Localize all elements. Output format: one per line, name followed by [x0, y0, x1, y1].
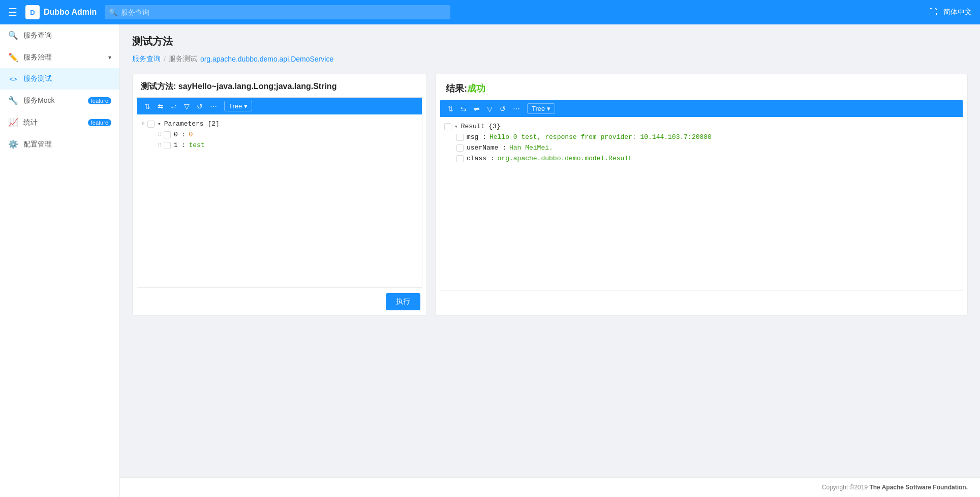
- checkbox[interactable]: [444, 123, 451, 130]
- tree-label: Tree ▾: [532, 105, 550, 112]
- breadcrumb-service-test: 服务测试: [169, 54, 197, 64]
- app-logo: D Dubbo Admin: [25, 5, 97, 19]
- expand-all-button[interactable]: ⇅: [142, 101, 152, 111]
- sidebar-item-service-query[interactable]: 🔍 服务查询: [0, 24, 119, 46]
- checkbox[interactable]: [147, 121, 155, 128]
- sort-button[interactable]: ⇌: [472, 104, 482, 114]
- method-title: 测试方法: sayHello~java.lang.Long;java.lang.…: [133, 74, 426, 97]
- checkbox[interactable]: [164, 131, 171, 138]
- sidebar-item-label: 服务查询: [23, 31, 52, 40]
- chevron-down-icon: ▾: [108, 54, 111, 61]
- menu-toggle-button[interactable]: ☰: [8, 6, 17, 18]
- sidebar-item-label: 服务Mock: [23, 96, 54, 105]
- footer-text: Copyright ©2019: [822, 484, 870, 491]
- tree-value: test: [189, 141, 204, 149]
- result-title: 结果:成功: [436, 74, 967, 100]
- tree-key: class :: [467, 155, 495, 162]
- more-button[interactable]: ⋯: [511, 104, 522, 114]
- undo-button[interactable]: ↺: [195, 101, 205, 111]
- expand-arrow-icon[interactable]: ▾: [454, 123, 458, 130]
- logo-icon: D: [25, 5, 40, 19]
- tree-key: Result {3}: [461, 123, 501, 130]
- header-right: ⛶ 简体中文: [929, 8, 972, 17]
- collapse-all-button[interactable]: ⇆: [156, 101, 166, 111]
- tree-key: Parameters [2]: [164, 120, 220, 128]
- more-button[interactable]: ⋯: [208, 101, 219, 111]
- table-row: ⠿ 0 : 0: [137, 129, 422, 140]
- result-label: 结果:: [446, 83, 467, 94]
- checkbox[interactable]: [164, 142, 171, 149]
- sort-button[interactable]: ⇌: [169, 101, 179, 111]
- left-panel-toolbar: ⇅ ⇆ ⇌ ▽ ↺ ⋯ Tree ▾: [137, 98, 422, 114]
- tree-value: Han MeiMei.: [509, 144, 553, 152]
- sidebar-item-label: 服务测试: [23, 74, 52, 83]
- sidebar-item-label: 统计: [23, 118, 38, 127]
- search-icon: 🔍: [109, 8, 117, 16]
- tree-value: org.apache.dubbo.demo.model.Result: [498, 155, 632, 162]
- breadcrumb-separator: /: [164, 55, 166, 63]
- page-title: 测试方法: [132, 35, 968, 48]
- sidebar-item-service-governance[interactable]: ✏️ 服务治理 ▾: [0, 46, 119, 68]
- tree-key: msg :: [467, 133, 486, 141]
- tree-row: ▾ Result {3}: [440, 121, 963, 132]
- drag-handle-icon: ⠿: [158, 132, 161, 138]
- drag-handle-icon: ⠿: [141, 121, 144, 127]
- sidebar-item-service-mock[interactable]: 🔧 服务Mock feature: [0, 90, 119, 111]
- page-footer: Copyright ©2019 The Apache Software Foun…: [120, 477, 980, 497]
- table-row: userName : Han MeiMei.: [440, 142, 963, 153]
- tree-dropdown[interactable]: Tree ▾: [224, 101, 252, 111]
- breadcrumb: 服务查询 / 服务测试 org.apache.dubbo.demo.api.De…: [132, 54, 968, 64]
- table-row: class : org.apache.dubbo.demo.model.Resu…: [440, 153, 963, 164]
- code-icon: <>: [8, 75, 18, 83]
- checkbox[interactable]: [456, 155, 464, 162]
- panels-container: 测试方法: sayHello~java.lang.Long;java.lang.…: [132, 74, 968, 316]
- tree-key: 0 :: [174, 131, 186, 138]
- execute-button[interactable]: 执行: [386, 293, 420, 310]
- filter-button[interactable]: ▽: [182, 101, 192, 111]
- chart-icon: 📈: [8, 118, 18, 127]
- panel-footer: 执行: [133, 288, 426, 315]
- table-row: msg : Hello 0 test, response from provid…: [440, 132, 963, 142]
- fullscreen-button[interactable]: ⛶: [929, 8, 937, 17]
- tree-value: Hello 0 test, response from provider: 10…: [489, 133, 712, 141]
- right-panel: 结果:成功 ⇅ ⇆ ⇌ ▽ ↺ ⋯: [435, 74, 968, 316]
- right-panel-toolbar: ⇅ ⇆ ⇌ ▽ ↺ ⋯ Tree ▾: [440, 100, 963, 117]
- result-status: 成功: [467, 83, 485, 94]
- left-panel: 测试方法: sayHello~java.lang.Long;java.lang.…: [132, 74, 427, 316]
- sidebar-item-label: 服务治理: [23, 53, 52, 62]
- wrench-icon: 🔧: [8, 96, 18, 105]
- tree-key: userName :: [467, 144, 506, 152]
- tree-dropdown[interactable]: Tree ▾: [527, 103, 555, 114]
- expand-all-button[interactable]: ⇅: [445, 104, 455, 114]
- gear-icon: ⚙️: [8, 139, 18, 149]
- sidebar-item-service-test[interactable]: <> 服务测试: [0, 68, 119, 90]
- sidebar: 🔍 服务查询 ✏️ 服务治理 ▾ <> 服务测试 🔧 服务Mock featur…: [0, 24, 120, 497]
- breadcrumb-service-query[interactable]: 服务查询: [132, 54, 161, 64]
- expand-arrow-icon[interactable]: ▾: [158, 121, 161, 127]
- sidebar-item-config[interactable]: ⚙️ 配置管理: [0, 133, 119, 155]
- search-icon: 🔍: [8, 31, 18, 40]
- checkbox[interactable]: [456, 144, 464, 152]
- tree-key: 1 :: [174, 141, 186, 149]
- language-button[interactable]: 简体中文: [943, 8, 972, 17]
- search-input[interactable]: [105, 5, 450, 19]
- sidebar-item-label: 配置管理: [23, 140, 52, 149]
- checkbox[interactable]: [456, 134, 464, 141]
- table-row: ⠿ 1 : test: [137, 140, 422, 151]
- app-title: Dubbo Admin: [44, 8, 97, 17]
- drag-handle-icon: ⠿: [158, 142, 161, 149]
- tree-row: ⠿ ▾ Parameters [2]: [137, 119, 422, 129]
- tree-label: Tree ▾: [229, 102, 248, 110]
- breadcrumb-service-name[interactable]: org.apache.dubbo.demo.api.DemoService: [200, 55, 333, 63]
- filter-button[interactable]: ▽: [485, 104, 495, 114]
- main-content: 测试方法 服务查询 / 服务测试 org.apache.dubbo.demo.a…: [120, 24, 980, 477]
- header-search-wrap: 🔍: [105, 5, 450, 19]
- tree-value: 0: [189, 131, 193, 138]
- collapse-all-button[interactable]: ⇆: [458, 104, 469, 114]
- undo-button[interactable]: ↺: [498, 104, 508, 114]
- feature-badge: feature: [88, 119, 111, 126]
- feature-badge: feature: [88, 97, 111, 104]
- sidebar-item-stats[interactable]: 📈 统计 feature: [0, 111, 119, 133]
- footer-org: The Apache Software Foundation.: [869, 484, 968, 491]
- edit-icon: ✏️: [8, 52, 18, 62]
